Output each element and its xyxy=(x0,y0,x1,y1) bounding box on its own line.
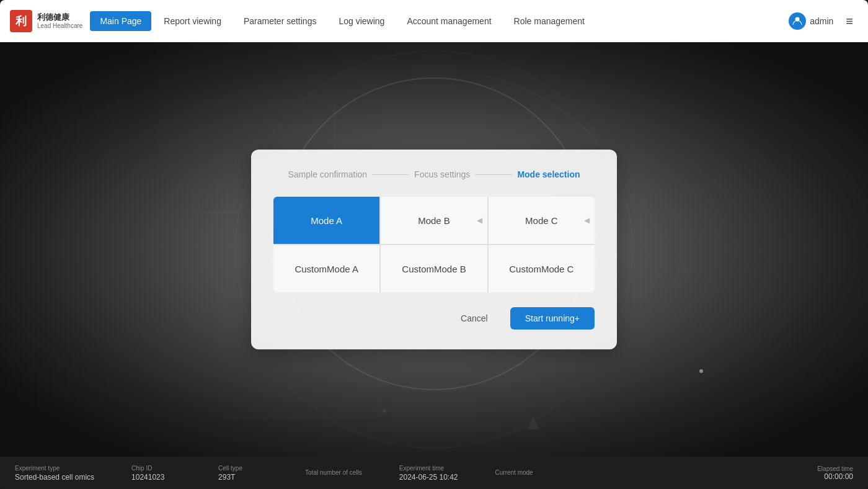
status-experiment-time: Experiment time 2024-06-25 10:42 xyxy=(399,465,458,482)
status-chip-id-value: 10241023 xyxy=(131,473,181,482)
status-experiment-type-value: Sorted-based cell omics xyxy=(15,473,94,482)
dialog-actions: Cancel Start running+ xyxy=(273,307,595,330)
navbar: 利 利德健康 Lead Healthcare Main Page Report … xyxy=(0,0,868,42)
step-connector-2 xyxy=(475,174,512,175)
status-total-cells-label: Total number of cells xyxy=(305,469,362,476)
main-content: Sample confirmation Focus settings Mode … xyxy=(0,42,868,457)
wizard-steps: Sample confirmation Focus settings Mode … xyxy=(273,169,595,179)
mode-cell-custom-mode-c[interactable]: CustomMode C xyxy=(489,245,595,292)
mode-grid: Mode A Mode B Mode C CustomMode A Custom… xyxy=(273,197,595,292)
hamburger-button[interactable]: ≡ xyxy=(841,12,858,31)
nav-item-account-management[interactable]: Account management xyxy=(397,11,501,31)
logo-area: 利 利德健康 Lead Healthcare xyxy=(10,10,82,32)
nav-item-parameter-settings[interactable]: Parameter settings xyxy=(234,11,327,31)
mode-cell-mode-c[interactable]: Mode C xyxy=(489,197,595,244)
nav-item-role-management[interactable]: Role management xyxy=(504,11,595,31)
start-running-button[interactable]: Start running+ xyxy=(510,307,595,330)
nav-item-main-page[interactable]: Main Page xyxy=(90,11,151,31)
nav-item-report-viewing[interactable]: Report viewing xyxy=(154,11,231,31)
status-bar: Experiment type Sorted-based cell omics … xyxy=(0,457,868,489)
user-area[interactable]: admin xyxy=(789,12,833,30)
elapsed-label: Elapsed time xyxy=(817,465,853,472)
dialog-overlay: Sample confirmation Focus settings Mode … xyxy=(0,42,868,457)
device-frame: 利 利德健康 Lead Healthcare Main Page Report … xyxy=(0,0,868,489)
status-chip-id: Chip ID 10241023 xyxy=(131,465,181,482)
status-experiment-time-value: 2024-06-25 10:42 xyxy=(399,473,458,482)
status-cell-type: Cell type 293T xyxy=(218,465,268,482)
status-experiment-type: Experiment type Sorted-based cell omics xyxy=(15,465,94,482)
nav-items: Main Page Report viewing Parameter setti… xyxy=(90,11,789,31)
status-experiment-time-label: Experiment time xyxy=(399,465,458,472)
status-experiment-type-label: Experiment type xyxy=(15,465,94,472)
nav-right: admin ≡ xyxy=(789,12,858,31)
status-cell-type-value: 293T xyxy=(218,473,268,482)
status-total-cells: Total number of cells xyxy=(305,469,362,477)
status-cell-type-label: Cell type xyxy=(218,465,268,472)
logo-icon: 利 xyxy=(10,10,32,32)
logo-en: Lead Healthcare xyxy=(37,22,82,29)
status-current-mode: Current mode xyxy=(495,469,545,477)
status-current-mode-label: Current mode xyxy=(495,469,545,476)
logo-cn: 利德健康 xyxy=(37,13,82,22)
status-chip-id-label: Chip ID xyxy=(131,465,181,472)
elapsed-value: 00:00:00 xyxy=(824,472,853,481)
mode-cell-custom-mode-a[interactable]: CustomMode A xyxy=(273,245,379,292)
cancel-button[interactable]: Cancel xyxy=(446,307,503,330)
step-connector-1 xyxy=(372,174,409,175)
modal-dialog: Sample confirmation Focus settings Mode … xyxy=(251,150,617,349)
mode-cell-custom-mode-b[interactable]: CustomMode B xyxy=(381,245,487,292)
step-focus-settings: Focus settings xyxy=(414,169,470,179)
step-mode-selection: Mode selection xyxy=(517,169,580,179)
username: admin xyxy=(810,16,833,26)
nav-item-log-viewing[interactable]: Log viewing xyxy=(329,11,394,31)
status-elapsed: Elapsed time 00:00:00 xyxy=(817,465,853,481)
mode-cell-mode-a[interactable]: Mode A xyxy=(273,197,379,244)
logo-text: 利德健康 Lead Healthcare xyxy=(37,13,82,29)
mode-cell-mode-b[interactable]: Mode B xyxy=(381,197,487,244)
step-sample-confirmation: Sample confirmation xyxy=(288,169,367,179)
user-avatar xyxy=(789,12,806,30)
